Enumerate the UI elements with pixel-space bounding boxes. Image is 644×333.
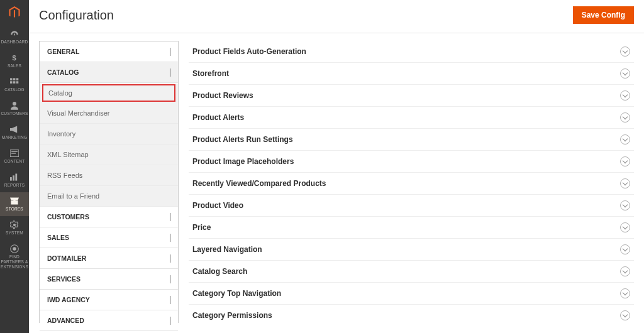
nav-dashboard[interactable]: DASHBOARD — [0, 25, 29, 49]
setting-price[interactable]: Price — [189, 217, 634, 239]
chevron-down-icon — [170, 254, 170, 262]
chevron-down-icon — [170, 317, 170, 324]
stores-icon — [9, 197, 19, 205]
svg-rect-11 — [10, 177, 12, 181]
nav-customers[interactable]: CUSTOMERS — [0, 97, 29, 121]
content-icon — [9, 149, 19, 158]
svg-point-14 — [13, 224, 16, 226]
page-body: GENERAL CATALOG Catalog Visual Merchandi… — [29, 33, 644, 333]
config-item-email-friend[interactable]: Email to a Friend — [40, 186, 178, 207]
config-section-catalog[interactable]: CATALOG — [40, 62, 178, 83]
config-item-visual-merchandiser[interactable]: Visual Merchandiser — [40, 103, 178, 124]
setting-product-reviews[interactable]: Product Reviews — [189, 85, 634, 107]
config-item-catalog[interactable]: Catalog — [42, 84, 175, 102]
nav-label: REPORTS — [4, 183, 25, 188]
expand-icon — [620, 222, 630, 232]
nav-catalog[interactable]: CATALOG — [0, 73, 29, 97]
setting-storefront[interactable]: Storefront — [189, 63, 634, 85]
chevron-down-icon — [170, 234, 170, 241]
config-section-general[interactable]: GENERAL — [40, 41, 178, 62]
setting-label: Product Alerts Run Settings — [192, 135, 293, 144]
setting-label: Product Video — [192, 201, 243, 210]
nav-reports[interactable]: REPORTS — [0, 168, 29, 192]
nav-label: DASHBOARD — [1, 40, 28, 45]
nav-sales[interactable]: $ SALES — [0, 49, 29, 73]
setting-category-permissions[interactable]: Category Permissions — [189, 305, 634, 323]
config-sidebar: GENERAL CATALOG Catalog Visual Merchandi… — [39, 41, 179, 323]
config-item-rss-feeds[interactable]: RSS Feeds — [40, 165, 178, 186]
nav-label: CONTENT — [4, 159, 25, 164]
setting-label: Category Permissions — [192, 311, 272, 320]
svg-rect-6 — [16, 81, 19, 84]
config-section-services[interactable]: SERVICES — [40, 269, 178, 290]
config-item-xml-sitemap[interactable]: XML Sitemap — [40, 145, 178, 165]
setting-label: Product Fields Auto-Generation — [192, 47, 306, 56]
page-header: Configuration Save Config — [29, 0, 644, 33]
magento-logo[interactable] — [0, 0, 29, 25]
config-section-sales[interactable]: SALES — [40, 227, 178, 248]
svg-rect-3 — [16, 78, 19, 80]
setting-label: Layered Navigation — [192, 245, 262, 254]
setting-layered-navigation[interactable]: Layered Navigation — [189, 239, 634, 261]
expand-icon — [620, 112, 630, 123]
section-label: ADVANCED — [47, 317, 84, 324]
section-label: IWD AGENCY — [47, 296, 90, 303]
expand-icon — [620, 178, 630, 188]
chevron-down-icon — [170, 213, 170, 221]
expand-icon — [620, 288, 630, 298]
expand-icon — [620, 266, 630, 276]
expand-icon — [620, 310, 630, 320]
setting-category-top-navigation[interactable]: Category Top Navigation — [189, 283, 634, 305]
nav-partners[interactable]: FIND PARTNERS & EXTENSIONS — [0, 240, 29, 274]
customers-icon — [9, 101, 19, 110]
svg-rect-12 — [13, 175, 14, 180]
expand-icon — [620, 134, 630, 145]
marketing-icon — [9, 125, 19, 134]
page-title: Configuration — [39, 8, 114, 23]
setting-label: Product Alerts — [192, 113, 244, 122]
section-label: CUSTOMERS — [47, 213, 89, 221]
svg-point-7 — [13, 102, 16, 106]
nav-system[interactable]: SYSTEM — [0, 216, 29, 240]
setting-product-fields-auto-generation[interactable]: Product Fields Auto-Generation — [189, 41, 634, 63]
setting-recently-viewed[interactable]: Recently Viewed/Compared Products — [189, 173, 634, 195]
nav-label: CATALOG — [4, 87, 25, 92]
config-section-advanced[interactable]: ADVANCED — [40, 310, 178, 331]
nav-stores[interactable]: STORES — [0, 192, 29, 216]
settings-panel: Product Fields Auto-Generation Storefron… — [189, 41, 634, 323]
nav-label: FIND PARTNERS & EXTENSIONS — [1, 254, 28, 270]
setting-product-alerts-run[interactable]: Product Alerts Run Settings — [189, 129, 634, 151]
config-section-dotmailer[interactable]: DOTMAILER — [40, 248, 178, 269]
content-area: Configuration Save Config GENERAL CATALO… — [29, 0, 644, 333]
section-label: CATALOG — [47, 68, 79, 76]
expand-icon — [620, 244, 630, 254]
section-label: SALES — [47, 234, 69, 241]
setting-product-alerts[interactable]: Product Alerts — [189, 107, 634, 129]
svg-text:$: $ — [13, 54, 17, 62]
svg-rect-9 — [11, 151, 18, 152]
dashboard-icon — [9, 30, 19, 38]
main-navigation: DASHBOARD $ SALES CATALOG CUSTOMERS MARK… — [0, 0, 29, 333]
setting-label: Storefront — [192, 69, 229, 78]
setting-label: Recently Viewed/Compared Products — [192, 179, 326, 188]
sales-icon: $ — [9, 53, 19, 62]
chevron-down-icon — [170, 48, 170, 55]
section-label: SERVICES — [47, 275, 80, 283]
setting-product-image-placeholders[interactable]: Product Image Placeholders — [189, 151, 634, 173]
expand-icon — [620, 156, 630, 166]
section-label: GENERAL — [47, 48, 79, 55]
save-config-button[interactable]: Save Config — [573, 6, 634, 24]
system-icon — [9, 221, 19, 229]
catalog-icon — [9, 77, 19, 86]
nav-content[interactable]: CONTENT — [0, 145, 29, 168]
config-section-customers[interactable]: CUSTOMERS — [40, 207, 178, 227]
svg-rect-13 — [15, 173, 17, 180]
expand-icon — [620, 90, 630, 101]
svg-rect-2 — [13, 78, 16, 80]
setting-catalog-search[interactable]: Catalog Search — [189, 261, 634, 283]
chevron-down-icon — [170, 296, 170, 303]
nav-marketing[interactable]: MARKETING — [0, 121, 29, 145]
config-item-inventory[interactable]: Inventory — [40, 124, 178, 145]
config-section-iwd-agency[interactable]: IWD AGENCY — [40, 290, 178, 310]
setting-product-video[interactable]: Product Video — [189, 195, 634, 217]
